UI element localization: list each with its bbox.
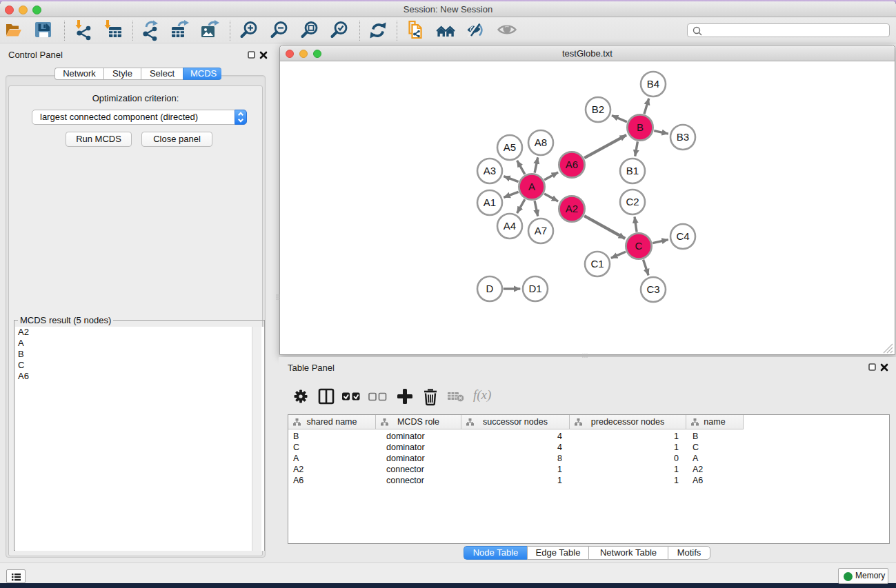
svg-text:B4: B4 xyxy=(647,78,659,90)
svg-text:A7: A7 xyxy=(535,225,547,236)
svg-text:A2: A2 xyxy=(566,203,578,214)
svg-text:B2: B2 xyxy=(592,103,604,115)
svg-text:A: A xyxy=(528,181,535,192)
svg-text:C4: C4 xyxy=(676,230,689,242)
svg-text:D1: D1 xyxy=(528,283,541,294)
svg-text:C1: C1 xyxy=(590,258,604,270)
svg-text:B1: B1 xyxy=(626,165,639,176)
svg-text:C3: C3 xyxy=(646,283,659,295)
svg-text:B: B xyxy=(637,121,644,133)
svg-text:A1: A1 xyxy=(484,196,496,208)
svg-text:A5: A5 xyxy=(504,141,516,153)
svg-text:C: C xyxy=(635,240,643,252)
svg-text:D: D xyxy=(486,283,494,294)
svg-text:C2: C2 xyxy=(626,196,639,207)
svg-text:B3: B3 xyxy=(677,131,689,143)
svg-text:A3: A3 xyxy=(484,165,496,176)
svg-text:A4: A4 xyxy=(504,220,516,232)
svg-text:A8: A8 xyxy=(535,136,547,148)
svg-text:A6: A6 xyxy=(566,159,578,170)
